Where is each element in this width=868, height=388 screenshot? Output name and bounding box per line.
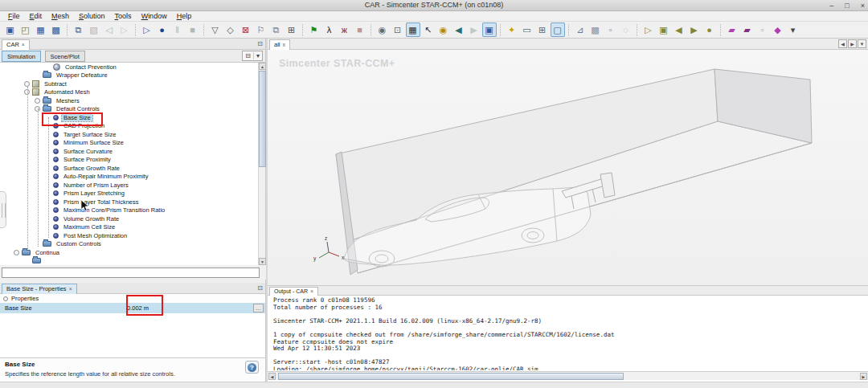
show-mesh-icon[interactable]: ▦ — [406, 22, 420, 37]
expander-icon[interactable] — [35, 98, 40, 104]
tab-next-icon[interactable]: ▶ — [848, 39, 857, 48]
query-icon[interactable]: ◉ — [436, 22, 451, 37]
select-faces-icon[interactable]: ▽ — [208, 22, 223, 37]
select-mode-icon[interactable]: ↖ — [421, 22, 436, 37]
edit-value-button[interactable]: … — [253, 304, 264, 312]
tree-item-prism-layer-stretching[interactable]: Prism Layer Stretching — [0, 190, 265, 198]
run-icon[interactable]: ● — [155, 22, 170, 37]
panel-collapse-handle[interactable] — [0, 191, 6, 228]
save-icon[interactable]: ▦ — [34, 22, 48, 37]
expander-icon[interactable] — [14, 250, 19, 255]
mesh-options-icon[interactable]: ◆ — [771, 22, 785, 37]
clear-mesh-icon[interactable]: ▫ — [755, 22, 770, 37]
menu-mesh[interactable]: Mesh — [47, 11, 74, 21]
paste-icon[interactable]: ▧ — [87, 22, 101, 37]
tree-item-post-mesh-optimization[interactable]: Post Mesh Optimization — [0, 231, 265, 240]
tree-item-volume-growth-rate[interactable]: Volume Growth Rate — [0, 214, 265, 223]
solution-prev-icon[interactable]: ◀ — [672, 22, 686, 37]
solution-step-icon[interactable]: ▷ — [641, 22, 656, 37]
tree-item-default-controls[interactable]: Default Controls — [0, 105, 265, 114]
pause-icon[interactable]: ‖ — [170, 22, 185, 37]
tree-item-auto-repair-minimum-proximity[interactable]: Auto-Repair Minimum Proximity — [0, 173, 265, 182]
stop-icon[interactable]: ■ — [186, 22, 200, 37]
generate-volume-mesh-icon[interactable]: ▰ — [740, 22, 755, 37]
tree-filter-input[interactable] — [2, 268, 260, 278]
tree-item-base-size[interactable]: Base Size — [0, 113, 265, 122]
scene-select-icon[interactable]: ▫ — [604, 22, 618, 37]
run-case-icon[interactable]: ж — [338, 22, 352, 37]
minimize-button[interactable]: – — [829, 1, 833, 11]
tab-close-icon[interactable]: x — [283, 42, 286, 47]
tree-item-maximum-cell-size[interactable]: Maximum Cell Size — [0, 223, 265, 232]
tab-output-car[interactable]: Output - CAR× — [269, 287, 318, 296]
tree-item-number-of-prism-layers[interactable]: Number of Prism Layers — [0, 181, 265, 190]
step-case-icon[interactable]: λ — [322, 22, 337, 37]
tab-list-icon[interactable]: ▼ — [858, 39, 866, 48]
abort-icon[interactable]: ■ — [353, 22, 367, 37]
save-all-icon[interactable]: ▩ — [49, 22, 63, 37]
scene-copy-icon[interactable]: ▩ — [588, 22, 603, 37]
graphics-viewport[interactable]: Simcenter STAR-CCM+ — [268, 50, 868, 285]
tree-item-continua[interactable]: Continua — [0, 248, 265, 257]
generate-surface-mesh-icon[interactable]: ▰ — [725, 22, 739, 37]
data-table-icon[interactable]: ⊞ — [285, 22, 299, 37]
panel-float-icon[interactable]: ⊡ — [257, 284, 263, 292]
maximize-button[interactable]: □ — [845, 1, 849, 11]
probe-icon[interactable]: ◉ — [375, 22, 390, 37]
tree-view-dropdown-icon[interactable]: ▾ — [253, 52, 262, 59]
new-scene-icon[interactable]: ⊿ — [573, 22, 588, 37]
menu-file[interactable]: File — [3, 11, 25, 21]
scroll-right-icon[interactable]: ▶ — [860, 373, 867, 380]
fit-view-icon[interactable]: ⊡ — [391, 22, 405, 37]
tree-item-automated-mesh[interactable]: Automated Mesh — [0, 88, 265, 97]
tab-prev-icon[interactable]: ◀ — [838, 39, 847, 48]
close-button[interactable]: × — [861, 1, 865, 11]
tree-item-prism-layer-total-thickness[interactable]: Prism Layer Total Thickness — [0, 198, 265, 206]
view-back-icon[interactable]: ◀ — [452, 22, 466, 37]
tab-car[interactable]: CAR× — [2, 39, 30, 50]
menu-tools[interactable]: Tools — [110, 11, 137, 21]
scroll-down-icon[interactable]: ▼ — [259, 258, 266, 265]
menu-help[interactable]: Help — [172, 11, 197, 21]
panel-float-icon[interactable]: ⊡ — [257, 40, 263, 47]
undo-icon[interactable]: ◁ — [102, 22, 117, 37]
menu-window[interactable]: Window — [137, 11, 172, 21]
scene-refresh-icon[interactable]: ◌ — [619, 22, 633, 37]
tree-item-surface-growth-rate[interactable]: Surface Growth Rate — [0, 164, 265, 173]
tree-item-wrapper-defeature[interactable]: Wrapper Defeature — [0, 71, 265, 80]
tab-all-scene[interactable]: allx — [269, 39, 290, 50]
tree-view-icon[interactable]: ⊟ — [243, 52, 253, 59]
rotate-hand-icon[interactable]: ✦ — [505, 22, 519, 37]
menu-solution[interactable]: Solution — [74, 11, 110, 21]
solution-next-icon[interactable]: ▶ — [687, 22, 702, 37]
step-icon[interactable]: ▷ — [140, 22, 154, 37]
output-console[interactable]: Process rank 0 c01n08 119596Total number… — [268, 296, 859, 370]
output-scroll-thumb[interactable] — [278, 373, 624, 380]
select-zones-icon[interactable]: ◇ — [223, 22, 238, 37]
tab-scene-plot[interactable]: Scene/Plot — [45, 51, 85, 62]
tree-item-minimum-surface-size[interactable]: Minimum Surface Size — [0, 139, 265, 148]
tree-item-meshers[interactable]: Meshers — [0, 96, 265, 105]
tree-item-cad-projection[interactable]: CAD Projection — [0, 122, 265, 131]
tab-close-icon[interactable]: × — [22, 42, 25, 47]
expander-icon[interactable] — [24, 81, 30, 87]
solution-save-icon[interactable]: ▣ — [657, 22, 671, 37]
help-button[interactable]: ? — [245, 361, 259, 374]
delete-selected-icon[interactable]: ⊠ — [239, 22, 253, 37]
initialize-solution-icon[interactable]: ⚑ — [307, 22, 321, 37]
mesh-options-arrow-icon[interactable]: ▾ — [786, 22, 800, 37]
flag-icon[interactable]: ⚐ — [254, 22, 268, 37]
tree-item-partial[interactable] — [0, 257, 265, 266]
grid-layout-icon[interactable]: ⊞ — [535, 22, 550, 37]
redo-icon[interactable]: ▷ — [117, 22, 132, 37]
collapse-knob-icon[interactable] — [3, 296, 8, 301]
tab-base-size-properties[interactable]: Base Size - Properties× — [2, 284, 77, 294]
scroll-left-icon[interactable]: ◀ — [268, 373, 276, 380]
copy-view-icon[interactable]: ⧉ — [269, 22, 284, 37]
copy-icon[interactable]: ⧉ — [72, 22, 86, 37]
tab-close-icon[interactable]: × — [310, 288, 313, 294]
tree-item-surface-curvature[interactable]: Surface Curvature — [0, 147, 265, 156]
tree-item-contact-prevention[interactable]: Contact Prevention — [0, 63, 265, 71]
tree-scroll-thumb[interactable] — [259, 71, 266, 167]
tab-close-icon[interactable]: × — [69, 286, 72, 292]
